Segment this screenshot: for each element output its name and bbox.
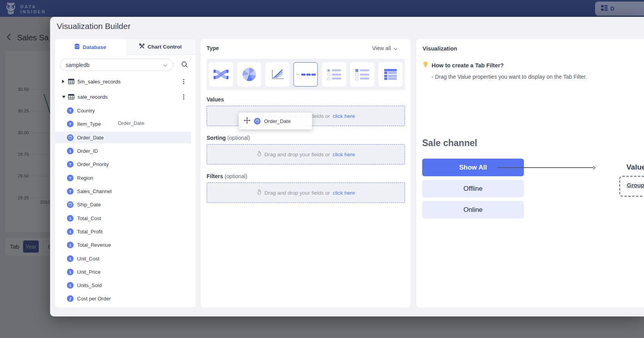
table-row-5m-sales-records[interactable]: 5m_sales_records bbox=[55, 76, 196, 87]
modal-title: Visualization Builder bbox=[57, 22, 131, 31]
brand-text: DATA INSIDER bbox=[20, 4, 46, 14]
tools-icon bbox=[139, 43, 145, 50]
more-menu-icon[interactable] bbox=[183, 78, 184, 85]
database-panel: Database Chart Control sampledb bbox=[55, 39, 196, 307]
number-field-icon: 1 bbox=[67, 215, 74, 222]
chevron-down-icon bbox=[394, 45, 398, 51]
owl-logo-icon bbox=[5, 2, 17, 17]
database-select-value: sampledb bbox=[66, 62, 90, 68]
filters-dropzone[interactable]: Drag and drop your fields or click here bbox=[207, 183, 405, 203]
drag-chip-order-date[interactable]: Order_Date bbox=[239, 112, 312, 130]
field-row-unit-price[interactable]: 1Unit_Price bbox=[55, 266, 196, 278]
text-field-icon: T bbox=[67, 175, 74, 181]
tip-body: - Drag the Value properties you want to … bbox=[432, 74, 587, 80]
database-select[interactable]: sampledb bbox=[60, 59, 173, 71]
number-field-icon: 1 bbox=[67, 282, 74, 289]
tab-database-label: Database bbox=[83, 44, 106, 50]
brand-logo[interactable]: DATA INSIDER bbox=[5, 2, 46, 17]
tab-chart-control-label: Chart Control bbox=[148, 44, 182, 50]
lightbulb-icon bbox=[423, 61, 428, 69]
chart-type-checkbox-list[interactable] bbox=[350, 62, 374, 87]
number-field-icon: 1 bbox=[67, 269, 74, 275]
tip-title: How to create a Tab Filter? bbox=[432, 62, 504, 69]
annotation-arrow bbox=[497, 167, 594, 168]
field-row-order-date[interactable]: Order_Date bbox=[55, 132, 191, 143]
text-field-icon: T bbox=[67, 121, 74, 127]
date-field-icon bbox=[67, 201, 74, 208]
filters-label: Filters (optional) bbox=[207, 173, 247, 179]
table-name: 5m_sales_records bbox=[77, 79, 121, 85]
type-label: Type bbox=[207, 45, 219, 51]
database-icon bbox=[74, 43, 80, 51]
sorting-dropzone[interactable]: Drag and drop your fields or click here bbox=[207, 144, 405, 164]
drag-chip-label: Order_Date bbox=[264, 118, 291, 124]
function-field-icon: f bbox=[67, 295, 74, 302]
field-row-total-profit[interactable]: 1Total_Profit bbox=[55, 226, 196, 237]
field-row-unit-cost[interactable]: 1Unit_Cost bbox=[55, 253, 196, 264]
table-row-sale-records[interactable]: sale_records bbox=[55, 91, 196, 103]
field-row-total-cost[interactable]: 1Total_Cost bbox=[55, 212, 196, 224]
app-root: Sales Sa 30.50 30.25 30.00 29.75 29.50 2… bbox=[0, 0, 644, 338]
field-row-region[interactable]: TRegion bbox=[55, 172, 196, 184]
tab-database[interactable]: Database bbox=[55, 39, 126, 55]
drag-ghost-label: Order_Date bbox=[118, 120, 144, 126]
annotation-group-link[interactable]: Group bbox=[627, 182, 644, 188]
field-row-ship-date[interactable]: Ship_Date bbox=[55, 199, 196, 210]
search-icon[interactable] bbox=[181, 61, 188, 70]
number-field-icon: 1 bbox=[67, 255, 74, 262]
click-here-link[interactable]: click here bbox=[333, 190, 355, 196]
top-navbar: DATA INSIDER D bbox=[0, 0, 644, 17]
number-field-icon: 1 bbox=[67, 148, 74, 154]
chart-type-pie[interactable] bbox=[237, 62, 261, 87]
chevron-down-icon bbox=[163, 62, 167, 68]
dashboard-button[interactable]: D bbox=[595, 2, 644, 16]
table-icon bbox=[68, 94, 74, 99]
sorting-label: Sorting (optional) bbox=[207, 135, 250, 141]
click-here-link[interactable]: click here bbox=[333, 113, 355, 119]
more-menu-icon[interactable] bbox=[183, 94, 184, 100]
radio-list-icon bbox=[327, 68, 341, 81]
chart-type-sankey[interactable] bbox=[209, 62, 233, 87]
table-icon bbox=[68, 79, 74, 84]
tab-chart-control[interactable]: Chart Control bbox=[126, 39, 196, 55]
chart-type-table[interactable] bbox=[378, 62, 403, 87]
annotation-heading: Value bbox=[626, 163, 644, 172]
view-all-dropdown[interactable]: View all bbox=[372, 45, 398, 51]
values-label: Values bbox=[207, 96, 224, 103]
text-field-icon: T bbox=[67, 161, 74, 168]
text-field-icon: T bbox=[67, 188, 74, 195]
chart-type-radio-list[interactable] bbox=[322, 62, 346, 87]
builder-panel: Type View all bbox=[201, 39, 410, 307]
chart-type-line[interactable] bbox=[265, 62, 290, 87]
dashboard-icon bbox=[601, 5, 608, 12]
number-field-icon: 1 bbox=[67, 228, 74, 235]
chart-type-tab-filter[interactable]: Tab bbox=[293, 62, 318, 87]
line-chart-icon bbox=[270, 69, 284, 80]
widget-title: Sale channel bbox=[422, 138, 477, 148]
option-online[interactable]: Online bbox=[422, 201, 524, 219]
field-row-total-revenue[interactable]: 1Total_Revenue bbox=[55, 239, 196, 251]
field-row-order-id[interactable]: 1Order_ID bbox=[55, 145, 196, 157]
field-row-units-sold[interactable]: 1Units_Sold bbox=[55, 279, 196, 291]
field-row-sales-channel[interactable]: TSales_Channel bbox=[55, 185, 196, 197]
field-row-country[interactable]: TCountry bbox=[55, 105, 196, 116]
number-field-icon: 1 bbox=[67, 242, 74, 248]
data-table-icon bbox=[384, 68, 397, 81]
field-row-cost-per-order[interactable]: fCost per Order bbox=[55, 293, 196, 304]
caret-down-icon[interactable] bbox=[62, 96, 66, 98]
date-field-icon bbox=[254, 118, 261, 125]
click-here-link[interactable]: click here bbox=[333, 152, 355, 157]
drag-hand-icon bbox=[257, 151, 262, 158]
checkbox-list-icon bbox=[355, 68, 369, 81]
tab-filter-icon: Tab bbox=[296, 73, 316, 76]
text-field-icon: T bbox=[67, 107, 74, 114]
date-field-icon bbox=[67, 134, 74, 141]
annotation-arrow-head bbox=[592, 165, 596, 172]
field-row-order-priority[interactable]: TOrder_Priority bbox=[55, 158, 196, 170]
table-name: sale_records bbox=[77, 94, 108, 100]
chart-type-grid: Tab bbox=[207, 59, 405, 90]
option-offline[interactable]: Offline bbox=[422, 180, 524, 197]
visualization-title: Visualization bbox=[423, 45, 457, 52]
caret-right-icon[interactable] bbox=[62, 80, 66, 83]
visualization-builder-modal: Visualization Builder Database bbox=[50, 17, 644, 316]
